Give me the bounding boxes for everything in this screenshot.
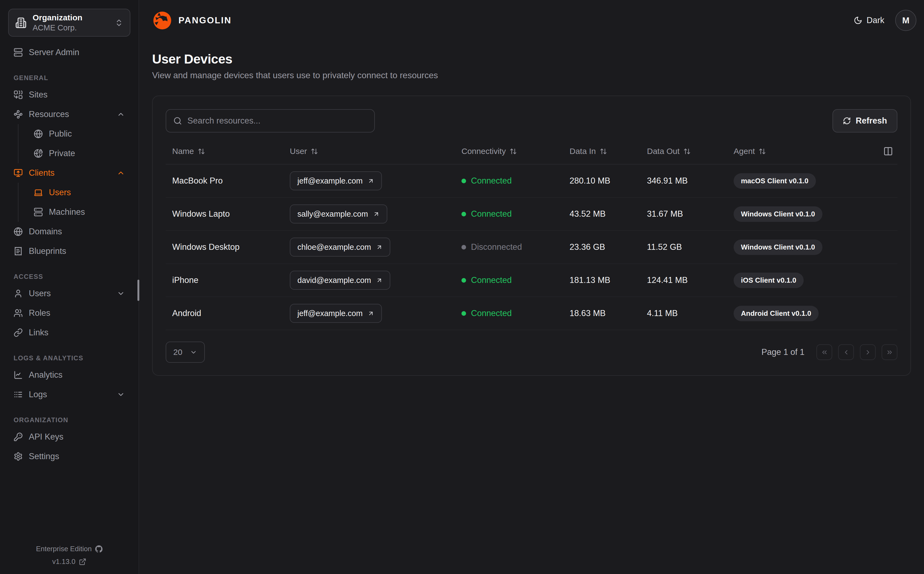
column-header-agent[interactable]: Agent [733, 147, 891, 156]
column-header-connectivity[interactable]: Connectivity [462, 147, 569, 156]
arrow-up-right-icon [367, 178, 374, 184]
column-header-user[interactable]: User [290, 147, 462, 156]
data-in-value: 18.63 MB [569, 309, 647, 318]
sidebar-item-sites[interactable]: Sites [6, 85, 132, 104]
chevron-up-icon [117, 110, 125, 118]
first-page-button[interactable] [817, 344, 832, 360]
data-in-value: 43.52 MB [569, 209, 647, 219]
clients-subnav: Users Machines [18, 183, 132, 222]
edition-label: Enterprise Edition [36, 545, 91, 553]
sidebar-item-roles[interactable]: Roles [6, 303, 132, 323]
theme-label: Dark [867, 16, 885, 25]
pagination-bar: 20 Page 1 of 1 [166, 330, 897, 363]
sort-icon [311, 148, 318, 155]
page-info: Page 1 of 1 [761, 347, 804, 357]
laptop-icon [34, 188, 43, 197]
data-in-value: 181.13 MB [569, 275, 647, 285]
sidebar-scrollbar-thumb[interactable] [137, 280, 139, 301]
section-label-general: GENERAL [6, 62, 132, 85]
user-email: sally@example.com [297, 210, 368, 219]
avatar[interactable]: M [895, 10, 916, 31]
sidebar-item-resources[interactable]: Resources [6, 104, 132, 124]
user-email: chloe@example.com [297, 243, 371, 252]
device-name: MacBook Pro [172, 176, 290, 186]
globe-icon [34, 129, 43, 139]
sidebar-item-api-keys[interactable]: API Keys [6, 427, 132, 447]
agent-badge: Windows Client v0.1.0 [733, 240, 822, 255]
page-size-select[interactable]: 20 [166, 342, 205, 363]
sort-icon [758, 148, 766, 155]
column-header-name[interactable]: Name [172, 147, 290, 156]
sidebar-item-private[interactable]: Private [19, 144, 132, 163]
last-page-button[interactable] [881, 344, 897, 360]
refresh-button[interactable]: Refresh [833, 109, 897, 132]
theme-toggle[interactable]: Dark [854, 16, 885, 25]
sort-icon [600, 148, 607, 155]
status-text: Connected [471, 176, 512, 186]
sidebar-item-label: Links [29, 328, 48, 337]
github-icon [95, 545, 102, 553]
version-label: v1.13.0 [52, 557, 75, 566]
edition-line[interactable]: Enterprise Edition [0, 545, 139, 553]
sidebar-item-settings[interactable]: Settings [6, 447, 132, 466]
search-box [166, 109, 375, 132]
chevrons-left-icon [821, 348, 828, 356]
topbar: PANGOLIN Dark M [139, 0, 924, 41]
sidebar-item-client-users[interactable]: Users [19, 183, 132, 202]
sidebar-item-analytics[interactable]: Analytics [6, 365, 132, 385]
connectivity-status: Disconnected [462, 242, 569, 252]
user-link-button[interactable]: chloe@example.com [290, 238, 390, 257]
previous-page-button[interactable] [838, 344, 854, 360]
sidebar-item-machines[interactable]: Machines [19, 202, 132, 222]
sidebar-item-server-admin[interactable]: Server Admin [6, 43, 132, 62]
status-dot [462, 212, 466, 216]
data-in-value: 23.36 GB [569, 242, 647, 252]
column-header-data-out[interactable]: Data Out [647, 147, 733, 156]
column-header-data-in[interactable]: Data In [569, 147, 647, 156]
table-header-row: Name User Connectivity Data In Data Out … [166, 139, 897, 164]
chevron-up-icon [117, 169, 125, 177]
status-text: Connected [471, 309, 512, 318]
user-link-button[interactable]: jeff@example.com [290, 304, 382, 323]
section-label-access: ACCESS [6, 261, 132, 284]
sidebar-item-label: Logs [29, 390, 47, 399]
page-size-value: 20 [173, 347, 182, 357]
agent-badge: Android Client v0.1.0 [733, 306, 818, 321]
sidebar-item-links[interactable]: Links [6, 323, 132, 342]
external-link-icon [79, 558, 87, 566]
sidebar-item-users[interactable]: Users [6, 284, 132, 303]
version-line[interactable]: v1.13.0 [0, 557, 139, 566]
section-label-organization: ORGANIZATION [6, 404, 132, 427]
column-visibility-button[interactable] [883, 146, 894, 157]
sidebar-item-label: Public [49, 129, 72, 139]
sidebar-item-blueprints[interactable]: Blueprints [6, 241, 132, 261]
status-dot [462, 311, 466, 316]
table-row: Windows Lapto sally@example.com Connecte… [166, 198, 897, 231]
pangolin-logo-icon [152, 10, 172, 31]
sidebar-item-label: Blueprints [29, 246, 66, 256]
refresh-icon [843, 117, 851, 125]
sidebar-footer: Enterprise Edition v1.13.0 [0, 545, 139, 574]
sidebar-item-label: Clients [29, 168, 55, 178]
sidebar-item-label: Sites [29, 90, 47, 99]
sidebar-item-label: Machines [49, 207, 85, 217]
brand-logo[interactable]: PANGOLIN [152, 10, 232, 31]
link-icon [14, 328, 23, 337]
user-link-button[interactable]: sally@example.com [290, 205, 387, 224]
sidebar-item-clients[interactable]: Clients [6, 163, 132, 183]
sidebar-item-public[interactable]: Public [19, 124, 132, 144]
user-link-button[interactable]: jeff@example.com [290, 171, 382, 190]
chevron-left-icon [842, 348, 850, 356]
app-root: Organization ACME Corp. Server Admin GEN… [0, 0, 924, 574]
next-page-button[interactable] [860, 344, 876, 360]
agent-badge: macOS Client v0.1.0 [733, 173, 816, 189]
sidebar-item-logs[interactable]: Logs [6, 385, 132, 404]
moon-icon [854, 16, 863, 25]
globe-icon [14, 227, 23, 236]
sidebar-item-domains[interactable]: Domains [6, 222, 132, 241]
connectivity-status: Connected [462, 209, 569, 219]
organization-selector[interactable]: Organization ACME Corp. [8, 9, 130, 37]
logs-icon [14, 390, 23, 399]
search-input[interactable] [188, 116, 367, 126]
user-link-button[interactable]: david@example.com [290, 271, 390, 290]
